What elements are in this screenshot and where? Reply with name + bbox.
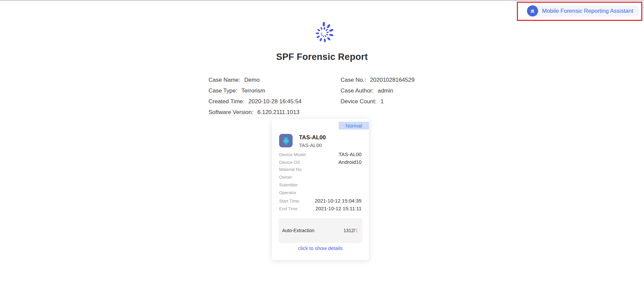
device-count-label: Device Count: [341, 98, 377, 105]
field-row-owner: Owner [279, 175, 362, 182]
field-row-end-time: End Time 2021-10-12 15:11:11 [279, 206, 362, 213]
spiral-logo [312, 20, 335, 47]
field-row-material-no: Material No. [279, 167, 362, 175]
status-badge: Normal [339, 122, 369, 130]
auto-extraction-label: Auto-Extraction [282, 228, 314, 233]
case-info-row: Case Type:Terrorism Case Author:admin [209, 85, 415, 96]
auto-extraction-row: Auto-Extraction 1312/1 [278, 218, 363, 243]
field-row-device-model: Device Model TAS-AL00 [279, 151, 362, 159]
case-type-value: Terrorism [241, 87, 265, 94]
software-version-value: 6.120.2111.1013 [257, 109, 299, 115]
android-icon [279, 134, 293, 147]
case-type-label: Case Type: [209, 87, 237, 94]
mobile-assistant-button[interactable]: Mobile Forensic Reporting Assistant [527, 5, 639, 16]
case-info: Case Name:Demo Case No.:20201028164529 C… [209, 75, 415, 118]
mobile-assistant-icon [527, 5, 538, 16]
case-author-label: Case Author: [341, 87, 374, 94]
case-no-label: Case No.: [341, 77, 366, 83]
case-name-value: Demo [244, 77, 259, 83]
field-row-device-os: Device OS Android10 [279, 159, 362, 167]
field-row-submitter: Submitter [279, 182, 362, 190]
case-info-row: Created Time:2020-10-28 16:45:54 Device … [209, 96, 415, 107]
field-row-start-time: Start Time 2021-10-12 15:04:35 [279, 198, 362, 206]
page-top-border [0, 0, 644, 1]
page-title: SPF Forensic Report [0, 52, 644, 62]
device-name: TAS-AL00 [299, 134, 326, 141]
case-name-label: Case Name: [209, 77, 240, 83]
device-card: Normal TAS-AL00 TAS-AL00 Device Model TA… [272, 119, 369, 260]
show-details-link[interactable]: click to show details [272, 245, 369, 251]
device-subname: TAS-AL00 [299, 142, 322, 148]
case-info-row: Case Name:Demo Case No.:20201028164529 [209, 75, 415, 85]
software-version-label: Software Version: [209, 109, 253, 115]
mobile-assistant-label: Mobile Forensic Reporting Assistant [542, 8, 633, 14]
case-no-value: 20201028164529 [370, 77, 414, 83]
field-row-operator: Operator [279, 190, 362, 198]
created-time-value: 2020-10-28 16:45:54 [249, 98, 302, 105]
device-count-value: 1 [381, 98, 384, 105]
case-info-row: Software Version:6.120.2111.1013 [209, 107, 415, 118]
auto-extraction-count: 1312/1 [343, 228, 358, 233]
created-time-label: Created Time: [209, 98, 244, 105]
case-author-value: admin [378, 87, 393, 94]
device-fields: Device Model TAS-AL00 Device OS Android1… [279, 151, 362, 213]
auto-extraction-total: 1 [355, 228, 358, 233]
